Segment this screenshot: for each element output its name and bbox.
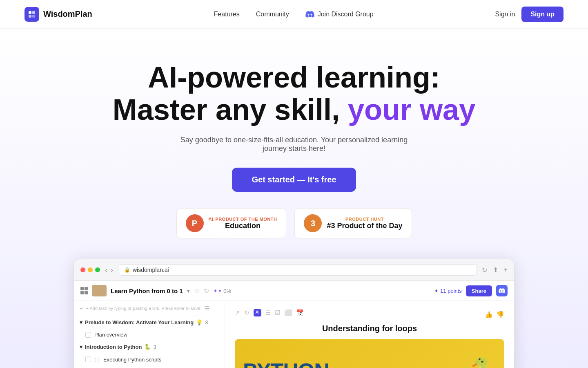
- toolbar-right: ✦ 11 points Share: [434, 285, 508, 296]
- nav-discord[interactable]: Join Discord Group: [305, 11, 374, 18]
- sidebar-panel: + + Add task by typing or pasting a link…: [74, 301, 225, 368]
- task-checkbox-1[interactable]: [85, 357, 91, 362]
- hero-section: AI-powered learning: Master any skill, y…: [0, 29, 588, 368]
- browser-mockup: ‹ › 🔒 wisdomplan.ai ↻ ⬆ + Learn Python f…: [74, 259, 514, 368]
- producthunt-icon: P: [186, 214, 204, 232]
- url-text: wisdomplan.ai: [133, 267, 169, 273]
- browser-nav-buttons: ‹ ›: [105, 266, 113, 274]
- thumbs-down-icon[interactable]: 👎: [496, 311, 504, 319]
- ai-badge-icon: AI: [254, 309, 261, 316]
- section-header-prelude[interactable]: ▾ Prelude to Wisdom: Activate Your Learn…: [74, 316, 225, 329]
- content-video-title: Understanding for loops: [235, 324, 504, 333]
- task-item-exec-scripts[interactable]: ◌ Executing Python scripts: [74, 353, 225, 366]
- lock-icon: 🔒: [124, 267, 130, 273]
- medal-icon: 3: [304, 214, 322, 232]
- course-thumbnail: [92, 285, 107, 296]
- nav-features[interactable]: Features: [214, 11, 240, 18]
- like-dislike: 👍 👎: [485, 311, 504, 319]
- content-panel-header: ↗ ↻ AI ☰ ☑ ⬜ 📅 👍 👎: [235, 309, 504, 320]
- thumbs-up-icon[interactable]: 👍: [485, 311, 493, 319]
- browser-share-icon[interactable]: ⬆: [493, 266, 498, 274]
- signup-button[interactable]: Sign up: [521, 7, 564, 22]
- toolbar-left: Learn Python from 0 to 1 ▾ ☆ ↻ ✦✦ 0%: [80, 285, 231, 296]
- badge-product-day: 3 PRODUCT HUNT #3 Product of the Day: [294, 208, 412, 238]
- signin-button[interactable]: Sign in: [495, 11, 515, 18]
- discord-icon: [305, 11, 314, 18]
- badge-text-month: #1 PRODUCT OF THE MONTH Education: [209, 217, 277, 230]
- section-emoji-1: 🐍: [144, 344, 151, 350]
- cta-button[interactable]: Get started — It's free: [232, 168, 356, 192]
- hero-accent: your way: [348, 93, 475, 126]
- discord-small-icon[interactable]: [496, 285, 508, 296]
- chevron-down-icon: ▾: [80, 319, 82, 325]
- section-emoji-0: 💡: [196, 319, 203, 325]
- checkbox-icon[interactable]: ☑: [275, 309, 280, 316]
- svg-rect-1: [32, 11, 35, 14]
- badge-text-day: PRODUCT HUNT #3 Product of the Day: [327, 217, 402, 230]
- dot-maximize[interactable]: [95, 267, 100, 272]
- window-icon[interactable]: ⬜: [284, 309, 292, 316]
- refresh-content-icon[interactable]: ↻: [244, 309, 249, 316]
- logo-link[interactable]: WisdomPlan: [24, 7, 92, 22]
- hero-title: AI-powered learning: Master any skill, y…: [113, 61, 475, 126]
- task-item-data-types[interactable]: ▶ Basic Python data types: [74, 366, 225, 368]
- calendar-icon-2[interactable]: 📅: [296, 309, 304, 316]
- python-snake-icon: 🐍: [470, 356, 500, 368]
- add-task-placeholder: + Add task by typing or pasting a link. …: [86, 306, 202, 311]
- dot-minimize[interactable]: [88, 267, 93, 272]
- browser-back-icon[interactable]: ‹: [105, 266, 107, 274]
- grid-view-icon[interactable]: [80, 287, 88, 294]
- video-bg: PYTHON: [235, 339, 504, 368]
- browser-reload-icon[interactable]: ↻: [482, 266, 487, 274]
- title-chevron-icon[interactable]: ▾: [187, 288, 190, 294]
- app-content: + + Add task by typing or pasting a link…: [74, 301, 514, 368]
- url-bar[interactable]: 🔒 wisdomplan.ai: [118, 264, 477, 276]
- browser-new-tab-icon[interactable]: +: [504, 266, 508, 274]
- svg-rect-0: [29, 11, 31, 14]
- add-task-bar[interactable]: + + Add task by typing or pasting a link…: [74, 301, 225, 316]
- browser-actions: ↻ ⬆ +: [482, 266, 508, 274]
- loading-icon: ◌: [94, 356, 99, 363]
- refresh-icon[interactable]: ↻: [204, 287, 209, 295]
- svg-rect-2: [29, 15, 31, 18]
- browser-bar: ‹ › 🔒 wisdomplan.ai ↻ ⬆ +: [74, 259, 514, 281]
- section-header-python[interactable]: ▾ Introduction to Python 🐍 3: [74, 341, 225, 353]
- chevron-down-icon-2: ▾: [80, 344, 82, 350]
- nav-actions: Sign in Sign up: [495, 7, 564, 22]
- browser-forward-icon[interactable]: ›: [111, 266, 113, 274]
- progress-text: ✦✦ 0%: [213, 288, 231, 294]
- logo-text: WisdomPlan: [43, 9, 92, 19]
- svg-rect-3: [32, 15, 35, 18]
- content-icon-bar: ↗ ↻ AI ☰ ☑ ⬜ 📅: [235, 309, 304, 316]
- nav-community[interactable]: Community: [256, 11, 289, 18]
- external-link-icon[interactable]: ↗: [235, 309, 240, 316]
- hero-subtitle: Say goodbye to one-size-fits-all educati…: [172, 136, 416, 153]
- points-badge: ✦ 11 points: [434, 288, 461, 294]
- nav-links: Features Community Join Discord Group: [214, 11, 374, 18]
- task-item-plan-overview[interactable]: Plan overview: [74, 329, 225, 341]
- task-checkbox-0[interactable]: [85, 332, 91, 338]
- python-text: PYTHON: [243, 359, 329, 368]
- logo-icon: [24, 7, 39, 22]
- app-toolbar: Learn Python from 0 to 1 ▾ ☆ ↻ ✦✦ 0% ✦ 1…: [74, 281, 514, 301]
- course-title: Learn Python from 0 to 1: [111, 287, 183, 294]
- browser-dots: [80, 267, 100, 272]
- menu-icon[interactable]: ☰: [265, 309, 271, 316]
- badges-row: P #1 PRODUCT OF THE MONTH Education 3 PR…: [176, 208, 412, 238]
- content-video-thumbnail: PYTHON 🐍: [235, 339, 504, 368]
- calendar-icon: ☰: [205, 305, 210, 312]
- badge-product-month: P #1 PRODUCT OF THE MONTH Education: [176, 208, 287, 238]
- bookmark-icon[interactable]: ☆: [194, 287, 200, 295]
- share-button[interactable]: Share: [466, 285, 492, 296]
- dot-close[interactable]: [80, 267, 85, 272]
- content-panel: ↗ ↻ AI ☰ ☑ ⬜ 📅 👍 👎 Understanding for loo…: [225, 301, 514, 368]
- navbar: WisdomPlan Features Community Join Disco…: [0, 0, 588, 29]
